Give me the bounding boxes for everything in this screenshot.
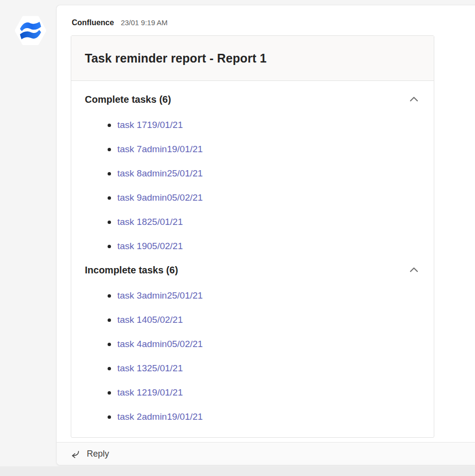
adaptive-card: Task reminder report - Report 1 Complete… — [71, 35, 434, 438]
collapse-incomplete-button[interactable] — [408, 264, 420, 276]
section-complete-tasks: Complete tasks (6) — [85, 88, 420, 111]
card-content: Complete tasks (6) task 1719/01/21 task … — [71, 81, 434, 437]
task-link[interactable]: task 7admin19/01/21 — [117, 144, 203, 155]
confluence-logo-icon — [15, 15, 46, 46]
task-link[interactable]: task 1825/01/21 — [117, 217, 183, 227]
teams-message: Confluence 23/01 9:19 AM Task reminder r… — [56, 5, 475, 465]
task-item: task 4admin05/02/21 — [85, 332, 420, 356]
task-item: task 9admin05/02/21 — [85, 186, 420, 210]
section-header-complete: Complete tasks (6) — [85, 94, 171, 105]
task-item: task 2admin19/01/21 — [85, 405, 420, 429]
incomplete-task-list: task 3admin25/01/21 task 1405/02/21 task… — [85, 284, 420, 429]
message-header: Confluence 23/01 9:19 AM — [72, 18, 475, 28]
task-link[interactable]: task 1405/02/21 — [117, 315, 183, 325]
chevron-up-icon — [409, 94, 419, 105]
task-item: task 1825/01/21 — [85, 210, 420, 234]
task-link[interactable]: task 9admin05/02/21 — [117, 192, 203, 203]
section-incomplete-tasks: Incomplete tasks (6) — [85, 258, 420, 282]
task-link[interactable]: task 1219/01/21 — [117, 387, 183, 398]
confluence-avatar[interactable] — [15, 15, 46, 46]
message-timestamp: 23/01 9:19 AM — [121, 18, 168, 28]
page-background-strip — [0, 466, 475, 476]
section-header-incomplete: Incomplete tasks (6) — [85, 265, 178, 276]
task-item: task 1325/01/21 — [85, 356, 420, 381]
task-item: task 1719/01/21 — [85, 113, 420, 137]
task-item: task 1905/02/21 — [85, 234, 420, 258]
reply-label: Reply — [87, 449, 109, 459]
reply-arrow-icon — [70, 448, 80, 459]
task-link[interactable]: task 1905/02/21 — [117, 241, 183, 252]
sender-name: Confluence — [72, 18, 114, 28]
card-title: Task reminder report - Report 1 — [85, 51, 267, 65]
task-link[interactable]: task 8admin25/01/21 — [117, 168, 203, 179]
task-item: task 1219/01/21 — [85, 381, 420, 405]
task-link[interactable]: task 2admin19/01/21 — [117, 412, 203, 422]
task-item: task 8admin25/01/21 — [85, 161, 420, 186]
task-link[interactable]: task 4admin05/02/21 — [117, 339, 203, 349]
task-link[interactable]: task 1325/01/21 — [117, 363, 183, 374]
task-link[interactable]: task 3admin25/01/21 — [117, 290, 203, 301]
task-item: task 3admin25/01/21 — [85, 284, 420, 308]
task-item: task 1405/02/21 — [85, 308, 420, 332]
collapse-complete-button[interactable] — [408, 93, 420, 106]
task-item: task 7admin19/01/21 — [85, 137, 420, 161]
reply-bar[interactable]: Reply — [57, 442, 475, 465]
card-title-band: Task reminder report - Report 1 — [71, 36, 434, 81]
complete-task-list: task 1719/01/21 task 7admin19/01/21 task… — [85, 113, 420, 258]
task-link[interactable]: task 1719/01/21 — [117, 120, 183, 130]
chevron-up-icon — [409, 265, 419, 275]
